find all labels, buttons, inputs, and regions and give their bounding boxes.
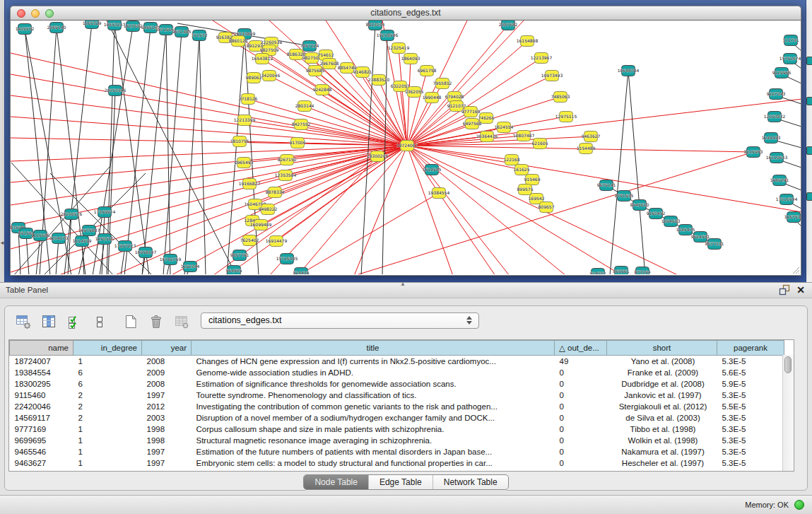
graph-node[interactable]: 17957223 — [114, 241, 136, 252]
graph-edge[interactable] — [249, 146, 407, 184]
graph-edge[interactable] — [439, 193, 495, 274]
network-view-window[interactable]: citations_edges.txt 14055722069140106532… — [10, 6, 801, 276]
graph-node[interactable]: 9679141 — [597, 180, 616, 191]
close-window-button[interactable] — [17, 9, 25, 18]
graph-node[interactable]: 10958107 — [135, 247, 157, 258]
graph-node[interactable]: 915469 — [524, 175, 541, 185]
column-header[interactable]: year — [142, 341, 192, 356]
graph-node[interactable]: 809657 — [539, 202, 555, 213]
graph-node[interactable]: 8267150 — [278, 155, 297, 165]
select-all-icon[interactable] — [66, 313, 83, 330]
table-cell[interactable]: 5.3E-5 — [717, 424, 784, 435]
tab-node-table[interactable]: Node Table — [304, 475, 368, 489]
table-cell[interactable]: 9699695 — [10, 435, 73, 446]
resize-grip-icon[interactable] — [793, 267, 799, 274]
table-cell[interactable]: 0 — [555, 412, 607, 424]
graph-node[interactable]: 1250511 — [95, 234, 114, 245]
new-file-icon[interactable] — [122, 313, 139, 330]
float-panel-icon[interactable] — [779, 284, 790, 296]
graph-node[interactable]: 9463627 — [582, 132, 601, 142]
table-cell[interactable]: Structural magnetic resonance image aver… — [192, 435, 555, 446]
table-cell[interactable]: 9115460 — [10, 390, 73, 401]
table-cell[interactable]: 9777169 — [10, 424, 73, 435]
graph-node[interactable]: 1527602 — [124, 21, 143, 32]
table-row[interactable]: 1872400712008Changes of HCN gene express… — [10, 356, 784, 368]
graph-edge[interactable] — [407, 59, 411, 146]
graph-node[interactable]: 7955812 — [433, 78, 452, 89]
table-cell[interactable]: 5.5E-5 — [717, 401, 784, 412]
graph-node[interactable]: 8945610 — [630, 200, 649, 211]
network-canvas[interactable]: 1405572206914010653291065324715276026466… — [10, 21, 801, 276]
table-cell[interactable]: 2 — [73, 401, 142, 412]
table-cell[interactable]: 0 — [555, 446, 607, 457]
column-header[interactable]: short — [607, 341, 717, 356]
table-cell[interactable]: Hescheler et al. (1997) — [607, 457, 717, 469]
close-panel-icon[interactable]: ✕ — [796, 284, 805, 296]
table-cell[interactable]: 5.9E-5 — [717, 378, 784, 390]
table-cell[interactable]: 1 — [73, 435, 142, 446]
column-header[interactable]: title — [192, 341, 555, 356]
table-cell[interactable]: de Silva et al. (2003) — [607, 412, 717, 424]
table-row[interactable]: 969969511998Structural magnetic resonanc… — [10, 435, 784, 446]
graph-node[interactable]: 1154489 — [577, 144, 596, 154]
graph-node[interactable]: 19384554 — [428, 188, 450, 199]
graph-node[interactable]: 15751074 — [779, 54, 801, 64]
graph-node[interactable]: 9777169 — [461, 107, 481, 117]
table-cell[interactable]: 1 — [73, 457, 142, 469]
graph-node[interactable]: 964505 — [226, 266, 242, 275]
graph-node[interactable]: 16782759 — [160, 255, 182, 265]
window-titlebar[interactable]: citations_edges.txt — [10, 6, 801, 21]
table-cell[interactable]: 1997 — [142, 457, 192, 469]
graph-node[interactable]: 9875685 — [306, 66, 325, 76]
table-cell[interactable]: Yano et al. (2008) — [607, 356, 717, 368]
graph-edge[interactable] — [142, 30, 166, 274]
graph-node[interactable]: 1204273 — [49, 233, 69, 244]
graph-edge[interactable] — [26, 233, 29, 274]
table-cell[interactable]: 0 — [555, 378, 607, 390]
graph-node[interactable]: 2803144 — [295, 101, 314, 112]
graph-node[interactable]: 7485063 — [551, 92, 570, 103]
graph-node[interactable]: 9671385 — [172, 27, 192, 37]
table-cell[interactable]: 2 — [73, 390, 142, 401]
graph-edge[interactable] — [407, 146, 512, 160]
graph-edge[interactable] — [407, 106, 457, 146]
graph-node[interactable]: 2718126 — [239, 94, 258, 105]
graph-node[interactable]: 8860128 — [229, 36, 248, 47]
graph-edge[interactable] — [163, 32, 182, 274]
graph-node[interactable]: 7625402 — [240, 235, 259, 246]
table-cell[interactable]: Tourette syndrome. Phenomenology and cla… — [192, 390, 555, 401]
table-cell[interactable]: 5.3E-5 — [717, 356, 784, 368]
table-cell[interactable]: Stergiakouli et al. (2012) — [607, 401, 717, 412]
delete-table-icon[interactable] — [148, 313, 165, 330]
table-cell[interactable]: 0 — [555, 390, 607, 401]
graph-node[interactable]: 122168 — [504, 155, 520, 165]
graph-node[interactable]: 10653247 — [104, 21, 126, 30]
graph-edge[interactable] — [11, 146, 407, 205]
graph-node[interactable]: 1114519 — [73, 236, 92, 247]
graph-edge[interactable] — [199, 35, 206, 274]
graph-node[interactable]: 12975115 — [555, 112, 577, 122]
memory-status-indicator[interactable] — [794, 500, 804, 510]
table-cell[interactable]: 1 — [73, 424, 142, 435]
table-selector-dropdown[interactable]: citations_edges.txt — [201, 313, 479, 329]
graph-node[interactable]: 19218506 — [377, 30, 399, 41]
table-row[interactable]: 911546021997Tourette syndrome. Phenomeno… — [10, 390, 784, 401]
table-cell[interactable]: Tibbo et al. (1998) — [607, 424, 717, 435]
table-cell[interactable]: 9463627 — [10, 457, 73, 469]
table-cell[interactable]: 0 — [555, 435, 607, 446]
table-cell[interactable]: Estimation of significance thresholds fo… — [192, 378, 555, 390]
table-cell[interactable]: 5.3E-5 — [717, 435, 784, 446]
table-cell[interactable]: 18724007 — [10, 356, 73, 368]
graph-edge[interactable] — [114, 25, 149, 274]
graph-node[interactable]: 9227343 — [767, 89, 786, 100]
table-cell[interactable]: 2008 — [142, 378, 192, 390]
graph-node[interactable]: 989062 — [246, 73, 262, 83]
graph-node[interactable]: 9160452 — [647, 209, 666, 219]
graph-node[interactable]: 924502 — [590, 269, 606, 275]
graph-node[interactable]: 1167533 — [784, 212, 801, 223]
tab-edge-table[interactable]: Edge Table — [368, 475, 433, 489]
graph-node[interactable]: 1244413 — [762, 133, 781, 144]
graph-edge[interactable] — [107, 21, 234, 271]
graph-node[interactable]: 9129966 — [772, 68, 792, 78]
table-cell[interactable]: 1997 — [142, 390, 192, 401]
